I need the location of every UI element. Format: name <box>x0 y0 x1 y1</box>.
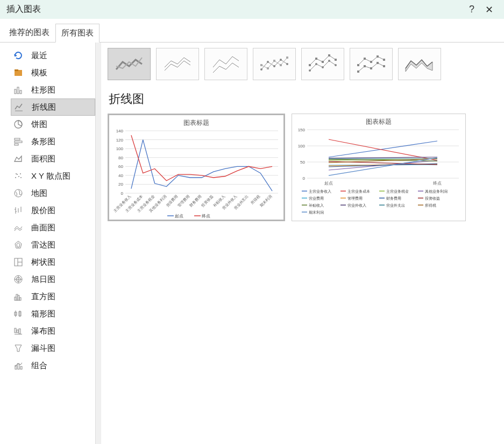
category-map[interactable]: 地图 <box>11 185 95 202</box>
category-waterfall[interactable]: 瀑布图 <box>11 322 95 340</box>
category-bar[interactable]: 条形图 <box>11 133 95 150</box>
boxplot-icon <box>13 308 24 319</box>
svg-rect-9 <box>15 144 18 145</box>
svg-point-49 <box>273 65 275 67</box>
chart2-title: 图表标题 <box>292 117 465 126</box>
category-label: 箱形图 <box>31 309 55 319</box>
category-label: 组合 <box>31 361 47 371</box>
svg-point-14 <box>20 177 22 178</box>
template-icon <box>13 67 24 78</box>
tab-all[interactable]: 所有图表 <box>55 24 100 43</box>
svg-text:终点: 终点 <box>202 214 210 219</box>
category-sunburst[interactable]: 旭日图 <box>11 271 95 288</box>
line-subtype-3[interactable] <box>204 48 247 80</box>
svg-rect-54 <box>273 60 275 62</box>
line-subtype-1[interactable] <box>108 48 151 80</box>
category-pie[interactable]: 饼图 <box>11 116 95 133</box>
svg-rect-4 <box>20 90 22 94</box>
svg-rect-72 <box>357 64 359 66</box>
svg-rect-45 <box>20 367 22 369</box>
category-combo[interactable]: 组合 <box>11 357 95 374</box>
category-line[interactable]: 折线图 <box>11 98 95 116</box>
line-subtype-5[interactable] <box>301 48 344 80</box>
surface-icon <box>13 222 24 233</box>
svg-rect-52 <box>260 64 262 66</box>
category-column[interactable]: 柱形图 <box>11 81 95 98</box>
category-histogram[interactable]: 直方图 <box>11 288 95 305</box>
preview-chart-1[interactable]: 图表标题 020406080100120140主营业务收入主营业务成本主营业务税… <box>108 114 285 221</box>
svg-point-59 <box>322 66 324 68</box>
svg-text:期末利润: 期末利润 <box>309 210 324 214</box>
svg-rect-62 <box>309 64 311 66</box>
line-subtype-7[interactable] <box>398 48 441 80</box>
tab-recommended[interactable]: 推荐的图表 <box>3 23 55 42</box>
svg-rect-69 <box>370 67 372 69</box>
svg-rect-53 <box>267 67 269 69</box>
svg-rect-44 <box>18 364 19 369</box>
sunburst-icon <box>13 274 24 285</box>
svg-text:营业外收入: 营业外收入 <box>347 203 366 208</box>
funnel-icon <box>13 343 24 354</box>
category-boxplot[interactable]: 箱形图 <box>11 305 95 322</box>
svg-point-60 <box>328 60 330 62</box>
line-subtype-2[interactable] <box>156 48 199 80</box>
svg-text:投资收益: 投资收益 <box>200 194 214 208</box>
category-label: 树状图 <box>31 257 55 267</box>
svg-text:主营业务收入: 主营业务收入 <box>309 189 331 194</box>
svg-text:管理费用: 管理费用 <box>177 194 190 208</box>
svg-rect-67 <box>357 71 359 73</box>
svg-text:管理费用: 管理费用 <box>347 196 363 200</box>
svg-text:营业外支出: 营业外支出 <box>386 203 405 207</box>
svg-text:财务费用: 财务费用 <box>189 194 202 208</box>
svg-point-13 <box>20 173 21 174</box>
svg-text:所得税: 所得税 <box>425 203 436 207</box>
svg-text:20: 20 <box>118 182 123 187</box>
svg-text:60: 60 <box>118 164 123 169</box>
svg-text:投资收益: 投资收益 <box>424 196 440 200</box>
svg-text:150: 150 <box>298 128 306 132</box>
main-panel: 折线图 图表标题 020406080100120140主营业务收入主营业务成本主… <box>101 43 504 444</box>
svg-text:50: 50 <box>300 160 305 165</box>
svg-rect-63 <box>315 58 317 60</box>
category-funnel[interactable]: 漏斗图 <box>11 340 95 357</box>
svg-text:起点: 起点 <box>324 181 333 186</box>
category-label: 曲面图 <box>31 223 55 233</box>
svg-text:补贴收入: 补贴收入 <box>309 203 324 208</box>
category-template[interactable]: 模板 <box>11 64 95 81</box>
category-label: 直方图 <box>31 292 55 302</box>
category-stock[interactable]: 股价图 <box>11 202 95 219</box>
category-area[interactable]: 面积图 <box>11 150 95 167</box>
svg-point-47 <box>260 68 262 71</box>
category-recent[interactable]: 最近 <box>11 47 95 64</box>
line-subtype-6[interactable] <box>350 48 393 80</box>
svg-text:主营业务税金: 主营业务税金 <box>386 189 409 193</box>
svg-text:0: 0 <box>121 191 124 196</box>
line-subtype-4[interactable] <box>253 48 296 80</box>
line-icon <box>13 102 24 112</box>
map-icon <box>13 188 24 199</box>
waterfall-icon <box>13 326 24 336</box>
svg-rect-7 <box>15 138 20 140</box>
svg-text:140: 140 <box>116 129 124 133</box>
svg-point-50 <box>280 59 282 61</box>
svg-text:起点: 起点 <box>175 214 183 219</box>
svg-point-16 <box>15 189 22 197</box>
help-button[interactable]: ? <box>463 4 480 15</box>
category-treemap[interactable]: 树状图 <box>11 253 95 271</box>
close-button[interactable]: ✕ <box>480 4 498 16</box>
category-scatter[interactable]: X Y 散点图 <box>11 167 95 185</box>
category-label: 漏斗图 <box>31 343 55 354</box>
svg-text:100: 100 <box>116 146 124 151</box>
svg-rect-73 <box>364 58 366 60</box>
histogram-icon <box>13 291 24 302</box>
category-label: 最近 <box>31 51 47 61</box>
category-surface[interactable]: 曲面图 <box>11 219 95 236</box>
svg-rect-74 <box>370 61 372 63</box>
category-label: 地图 <box>31 188 47 199</box>
stock-icon <box>13 205 24 216</box>
svg-rect-55 <box>280 64 282 66</box>
preview-chart-2[interactable]: 图表标题 050100150起点终点主营业务收入主营业务成本主营业务税金其他业务… <box>292 114 466 221</box>
category-radar[interactable]: 雷达图 <box>11 236 95 253</box>
svg-rect-41 <box>19 329 20 334</box>
title-bar: 插入图表 ? ✕ <box>0 0 504 19</box>
